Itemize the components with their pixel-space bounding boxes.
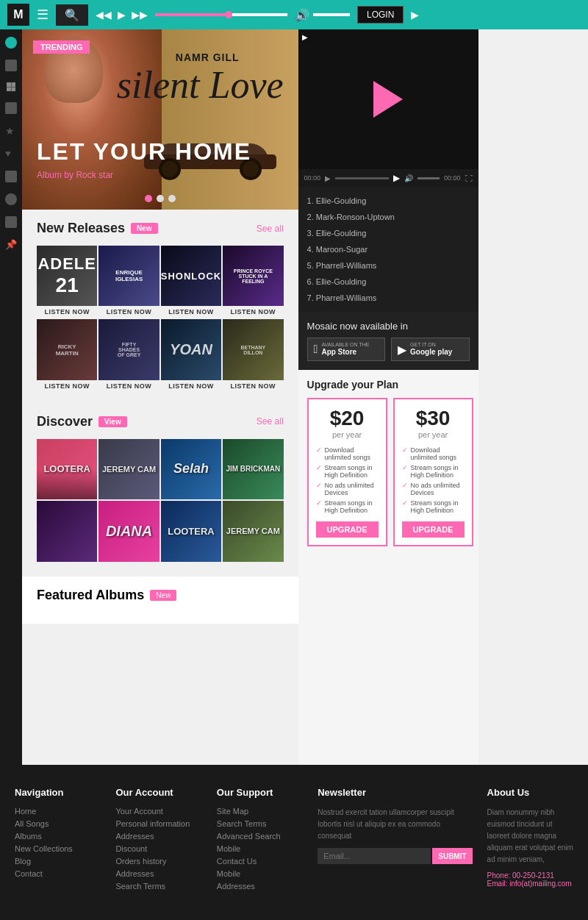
album-item-adele[interactable]: ADELE 21 LISTEN NOW — [37, 246, 97, 318]
footer-nav-all-songs[interactable]: All Songs — [15, 819, 101, 828]
plan-20-upgrade-button[interactable]: UPGRADE — [316, 521, 379, 538]
discover-item-selah[interactable]: Selah — [161, 439, 221, 499]
footer-support-addresses[interactable]: Addresses — [217, 882, 303, 891]
footer-newsletter-col: Newsletter Nostrud exercit tation ullamc… — [318, 787, 472, 894]
discover-item-lootera[interactable]: LOOTERA — [37, 439, 97, 499]
plan-20-period: per year — [316, 430, 379, 439]
track-item-4[interactable]: 4. Maroon-Sugar — [298, 241, 478, 257]
hero-dot-2[interactable] — [157, 195, 164, 202]
track-item-2[interactable]: 2. Mark-Ronson-Uptown — [298, 209, 478, 225]
video-volume-bar[interactable] — [417, 177, 440, 179]
album-item-bethany[interactable]: BETHANYDILLON LISTEN NOW — [223, 319, 283, 391]
apple-store-button[interactable]:  AVAILABLE ON THE App Store — [307, 338, 386, 361]
footer-site-map[interactable]: Site Map — [217, 807, 303, 816]
footer-nav-title: Navigation — [15, 787, 101, 798]
sidebar-icon-heart[interactable]: ♥ — [5, 148, 17, 160]
menu-button[interactable]: ☰ — [37, 7, 49, 23]
google-play-icon: ▶ — [398, 343, 406, 357]
sidebar-icon-music[interactable] — [5, 60, 17, 71]
footer-contact-info: Phone: 00-250-2131 Email: info(at)mailin… — [487, 871, 573, 888]
track-item-6[interactable]: 6. Ellie-Goulding — [298, 274, 478, 290]
footer-contact-us[interactable]: Contact Us — [217, 857, 303, 866]
volume-bar[interactable] — [313, 13, 350, 16]
footer-addresses-2[interactable]: Addresses — [115, 869, 201, 878]
video-play-small-button[interactable]: ▶ — [393, 173, 400, 183]
footer-submit-button[interactable]: SUBMIT — [432, 848, 472, 864]
track-item-7[interactable]: 7. Pharrell-Williams — [298, 290, 478, 306]
album-item-enrique[interactable]: ENRIQUEIGLESIAS LISTEN NOW — [98, 246, 159, 318]
footer-account-col: Our Account Your Account Personal inform… — [115, 787, 201, 894]
hero-dot-1[interactable] — [145, 195, 152, 202]
login-button[interactable]: LOGIN — [357, 6, 404, 24]
video-time-total: 00:00 — [444, 174, 461, 182]
rewind-button[interactable]: ◀◀ — [96, 9, 112, 21]
sidebar-icon-pin[interactable]: 📌 — [5, 239, 17, 251]
new-releases-badge: New — [131, 223, 158, 234]
discover-item-jeremy1[interactable]: JEREMY CAM — [98, 439, 159, 499]
footer-personal-info[interactable]: Personal information — [115, 819, 201, 828]
video-play-button[interactable] — [373, 81, 403, 118]
sidebar-icon-grid[interactable] — [7, 82, 15, 91]
discover-item-lootera2[interactable]: LOOTERA — [161, 501, 221, 561]
search-button[interactable]: 🔍 — [56, 4, 88, 26]
plan-20-feature-4: Stream songs in High Definition — [316, 498, 379, 516]
hero-banner: TRENDING NAMR GILL silent Love LET YOUR … — [22, 29, 298, 210]
footer-nav-new-collections[interactable]: New Collections — [15, 844, 101, 853]
progress-bar[interactable] — [155, 13, 287, 16]
discover-item-diana[interactable]: DIANA — [98, 501, 159, 561]
footer-nav-home[interactable]: Home — [15, 807, 101, 816]
album-item-yoan[interactable]: YOAN LISTEN NOW — [161, 319, 221, 391]
footer-advanced-search[interactable]: Advanced Search — [217, 832, 303, 841]
track-item-3[interactable]: 3. Ellie-Goulding — [298, 225, 478, 241]
plan-30-feature-1: Download unlimited songs — [402, 445, 465, 463]
footer-your-account[interactable]: Your Account — [115, 807, 201, 816]
user-icon[interactable]: ▶ — [411, 9, 419, 21]
album-item-fifty-shades[interactable]: FIFTYSHADESOF GREY LISTEN NOW — [98, 319, 159, 391]
discover-item-unknown[interactable] — [37, 501, 97, 561]
sidebar: ★ ♥ 📌 — [0, 29, 22, 765]
play-button[interactable]: ▶ — [118, 9, 126, 21]
fast-forward-button[interactable]: ▶▶ — [132, 9, 148, 21]
sidebar-icon-star[interactable]: ★ — [5, 125, 17, 137]
footer-email-input[interactable] — [318, 848, 431, 864]
footer-addresses-1[interactable]: Addresses — [115, 832, 201, 841]
track-item-5[interactable]: 5. Pharrell-Williams — [298, 257, 478, 274]
footer-about-col: About Us Diam nonummy nibh euismod tinci… — [487, 787, 573, 894]
footer-nav-albums[interactable]: Albums — [15, 832, 101, 841]
sidebar-icon-list[interactable] — [5, 171, 17, 182]
footer-newsletter-text: Nostrud exercit tation ullamcorper susci… — [318, 807, 472, 842]
hero-dot-3[interactable] — [168, 195, 176, 202]
plan-30-upgrade-button[interactable]: UPGRADE — [402, 521, 465, 538]
new-releases-see-all[interactable]: See all — [257, 224, 284, 234]
sidebar-icon-radio[interactable] — [5, 193, 17, 205]
video-expand-button[interactable]: ⛶ — [465, 174, 473, 182]
discover-item-jim-brickman[interactable]: JIM BRICKMAN — [223, 439, 283, 499]
sidebar-icon-home[interactable] — [5, 37, 17, 49]
album-item-prince-royce[interactable]: PRINCE ROYCESTUCK IN AFEELING LISTEN NOW — [223, 246, 283, 318]
right-panel: ▶ 00:00 ▶ ▶ 🔊 00:00 ⛶ 1. Ellie-Goulding … — [298, 29, 478, 765]
app-store-buttons:  AVAILABLE ON THE App Store ▶ GET IT ON… — [307, 338, 470, 361]
footer-account-search-terms[interactable]: Search Terms — [115, 882, 201, 891]
album-item-shonlock[interactable]: SHONLOCK LISTEN NOW — [161, 246, 221, 318]
footer-support-title: Our Support — [217, 787, 303, 798]
discover-see-all[interactable]: See all — [257, 416, 284, 427]
discover-item-jeremy2[interactable]: JEREMY CAM — [223, 501, 283, 561]
track-item-1[interactable]: 1. Ellie-Goulding — [298, 193, 478, 209]
sidebar-icon-bookmark[interactable] — [5, 216, 17, 228]
video-seek-bar[interactable] — [335, 177, 389, 179]
plan-card-30: $30 per year Download unlimited songs St… — [393, 398, 473, 546]
footer-discount[interactable]: Discount — [115, 844, 201, 853]
sidebar-icon-sliders[interactable] — [5, 102, 17, 114]
discover-view-badge[interactable]: View — [98, 416, 127, 427]
footer-orders-history[interactable]: Orders history — [115, 857, 201, 866]
footer-search-terms[interactable]: Search Terms — [217, 819, 303, 828]
footer-email: Email: info(at)mailing.com — [487, 880, 573, 888]
plan-20-features: Download unlimited songs Stream songs in… — [316, 445, 379, 516]
footer-mobile-1[interactable]: Mobile — [217, 844, 303, 853]
footer-nav-contact[interactable]: Contact — [15, 869, 101, 878]
footer-mobile-2[interactable]: Mobile — [217, 869, 303, 878]
upgrade-section: Upgrade your Plan $20 per year Download … — [298, 370, 478, 555]
google-play-button[interactable]: ▶ GET IT ON Google play — [391, 338, 470, 361]
footer-nav-blog[interactable]: Blog — [15, 857, 101, 866]
album-item-ricky-martin[interactable]: RICKYMARTIN LISTEN NOW — [37, 319, 97, 391]
